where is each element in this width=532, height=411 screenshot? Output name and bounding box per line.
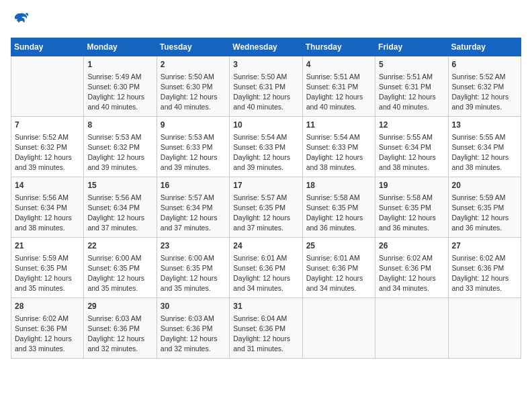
week-row-2: 7Sunrise: 5:52 AM Sunset: 6:32 PM Daylig… [11,117,521,177]
cell-content: Sunrise: 5:57 AM Sunset: 6:34 PM Dayligh… [161,193,226,234]
calendar-cell: 12Sunrise: 5:55 AM Sunset: 6:34 PM Dayli… [375,117,448,177]
calendar-cell: 26Sunrise: 6:02 AM Sunset: 6:36 PM Dayli… [375,238,448,298]
cell-content: Sunrise: 5:58 AM Sunset: 6:35 PM Dayligh… [379,193,444,234]
calendar-cell [11,56,84,117]
calendar-cell [448,298,521,359]
cell-content: Sunrise: 5:54 AM Sunset: 6:33 PM Dayligh… [233,132,298,173]
cell-content: Sunrise: 5:59 AM Sunset: 6:35 PM Dayligh… [15,253,80,294]
cell-content: Sunrise: 5:49 AM Sunset: 6:30 PM Dayligh… [87,72,152,113]
day-number: 14 [15,180,80,191]
calendar-header: SundayMondayTuesdayWednesdayThursdayFrid… [11,38,521,56]
day-number: 3 [233,59,298,71]
calendar-cell: 7Sunrise: 5:52 AM Sunset: 6:32 PM Daylig… [11,117,84,177]
calendar-cell: 8Sunrise: 5:53 AM Sunset: 6:32 PM Daylig… [84,117,157,177]
day-number: 2 [161,59,226,71]
cell-content: Sunrise: 5:52 AM Sunset: 6:32 PM Dayligh… [452,72,517,113]
cell-content: Sunrise: 6:02 AM Sunset: 6:36 PM Dayligh… [379,253,444,294]
calendar-cell: 4Sunrise: 5:51 AM Sunset: 6:31 PM Daylig… [302,56,375,117]
calendar-cell: 9Sunrise: 5:53 AM Sunset: 6:33 PM Daylig… [157,117,229,177]
page-header [11,11,521,30]
logo-bird-icon [11,11,30,30]
day-number: 26 [379,240,444,252]
day-number: 22 [87,240,152,252]
day-number: 6 [452,59,517,71]
calendar-cell: 29Sunrise: 6:03 AM Sunset: 6:36 PM Dayli… [84,298,157,359]
day-number: 4 [306,59,371,71]
day-number: 25 [306,240,371,252]
day-number: 11 [306,120,371,131]
day-number: 18 [306,180,371,191]
cell-content: Sunrise: 5:56 AM Sunset: 6:34 PM Dayligh… [15,193,80,234]
cell-content: Sunrise: 5:53 AM Sunset: 6:32 PM Dayligh… [87,132,152,173]
cell-content: Sunrise: 6:01 AM Sunset: 6:36 PM Dayligh… [233,253,298,294]
day-number: 16 [161,180,226,191]
calendar-cell: 31Sunrise: 6:04 AM Sunset: 6:36 PM Dayli… [230,298,302,359]
day-number: 9 [161,120,226,131]
cell-content: Sunrise: 5:51 AM Sunset: 6:31 PM Dayligh… [379,72,444,113]
header-day-monday: Monday [84,38,157,56]
day-number: 30 [161,301,226,312]
cell-content: Sunrise: 5:57 AM Sunset: 6:35 PM Dayligh… [233,193,298,234]
day-number: 29 [87,301,152,312]
calendar-cell: 13Sunrise: 5:55 AM Sunset: 6:34 PM Dayli… [448,117,521,177]
calendar-cell: 6Sunrise: 5:52 AM Sunset: 6:32 PM Daylig… [448,56,521,117]
calendar-cell: 3Sunrise: 5:50 AM Sunset: 6:31 PM Daylig… [230,56,302,117]
cell-content: Sunrise: 6:04 AM Sunset: 6:36 PM Dayligh… [233,314,298,355]
week-row-3: 14Sunrise: 5:56 AM Sunset: 6:34 PM Dayli… [11,177,521,238]
calendar-cell [302,298,375,359]
header-day-thursday: Thursday [302,38,375,56]
calendar-cell: 10Sunrise: 5:54 AM Sunset: 6:33 PM Dayli… [230,117,302,177]
day-number: 20 [452,180,517,191]
calendar-cell: 21Sunrise: 5:59 AM Sunset: 6:35 PM Dayli… [11,238,84,298]
calendar-cell: 1Sunrise: 5:49 AM Sunset: 6:30 PM Daylig… [84,56,157,117]
day-number: 17 [233,180,298,191]
calendar-cell [375,298,448,359]
cell-content: Sunrise: 6:02 AM Sunset: 6:36 PM Dayligh… [452,253,517,294]
week-row-5: 28Sunrise: 6:02 AM Sunset: 6:36 PM Dayli… [11,298,521,359]
header-day-sunday: Sunday [11,38,84,56]
day-number: 15 [87,180,152,191]
cell-content: Sunrise: 6:01 AM Sunset: 6:36 PM Dayligh… [306,253,371,294]
day-number: 21 [15,240,80,252]
calendar-cell: 16Sunrise: 5:57 AM Sunset: 6:34 PM Dayli… [157,177,229,238]
week-row-4: 21Sunrise: 5:59 AM Sunset: 6:35 PM Dayli… [11,238,521,298]
day-number: 10 [233,120,298,131]
calendar-body: 1Sunrise: 5:49 AM Sunset: 6:30 PM Daylig… [11,56,521,359]
calendar-cell: 22Sunrise: 6:00 AM Sunset: 6:35 PM Dayli… [84,238,157,298]
cell-content: Sunrise: 5:52 AM Sunset: 6:32 PM Dayligh… [15,132,80,173]
cell-content: Sunrise: 5:59 AM Sunset: 6:35 PM Dayligh… [452,193,517,234]
day-number: 19 [379,180,444,191]
cell-content: Sunrise: 6:00 AM Sunset: 6:35 PM Dayligh… [161,253,226,294]
cell-content: Sunrise: 6:02 AM Sunset: 6:36 PM Dayligh… [15,314,80,355]
calendar-cell: 23Sunrise: 6:00 AM Sunset: 6:35 PM Dayli… [157,238,229,298]
cell-content: Sunrise: 6:03 AM Sunset: 6:36 PM Dayligh… [87,314,152,355]
day-number: 23 [161,240,226,252]
day-number: 27 [452,240,517,252]
day-number: 7 [15,120,80,131]
calendar-cell: 19Sunrise: 5:58 AM Sunset: 6:35 PM Dayli… [375,177,448,238]
cell-content: Sunrise: 5:50 AM Sunset: 6:30 PM Dayligh… [161,72,226,113]
day-number: 12 [379,120,444,131]
calendar-cell: 15Sunrise: 5:56 AM Sunset: 6:34 PM Dayli… [84,177,157,238]
logo [11,11,32,30]
day-number: 24 [233,240,298,252]
header-day-saturday: Saturday [448,38,521,56]
cell-content: Sunrise: 5:53 AM Sunset: 6:33 PM Dayligh… [161,132,226,173]
day-number: 31 [233,301,298,312]
header-row: SundayMondayTuesdayWednesdayThursdayFrid… [11,38,521,56]
day-number: 8 [87,120,152,131]
header-day-wednesday: Wednesday [230,38,302,56]
calendar-cell: 11Sunrise: 5:54 AM Sunset: 6:33 PM Dayli… [302,117,375,177]
calendar-cell: 2Sunrise: 5:50 AM Sunset: 6:30 PM Daylig… [157,56,229,117]
calendar-cell: 18Sunrise: 5:58 AM Sunset: 6:35 PM Dayli… [302,177,375,238]
day-number: 5 [379,59,444,71]
calendar-cell: 25Sunrise: 6:01 AM Sunset: 6:36 PM Dayli… [302,238,375,298]
calendar-table: SundayMondayTuesdayWednesdayThursdayFrid… [11,38,521,359]
cell-content: Sunrise: 5:56 AM Sunset: 6:34 PM Dayligh… [87,193,152,234]
header-day-tuesday: Tuesday [157,38,229,56]
day-number: 13 [452,120,517,131]
cell-content: Sunrise: 5:55 AM Sunset: 6:34 PM Dayligh… [452,132,517,173]
calendar-cell: 27Sunrise: 6:02 AM Sunset: 6:36 PM Dayli… [448,238,521,298]
calendar-cell: 24Sunrise: 6:01 AM Sunset: 6:36 PM Dayli… [230,238,302,298]
cell-content: Sunrise: 5:58 AM Sunset: 6:35 PM Dayligh… [306,193,371,234]
